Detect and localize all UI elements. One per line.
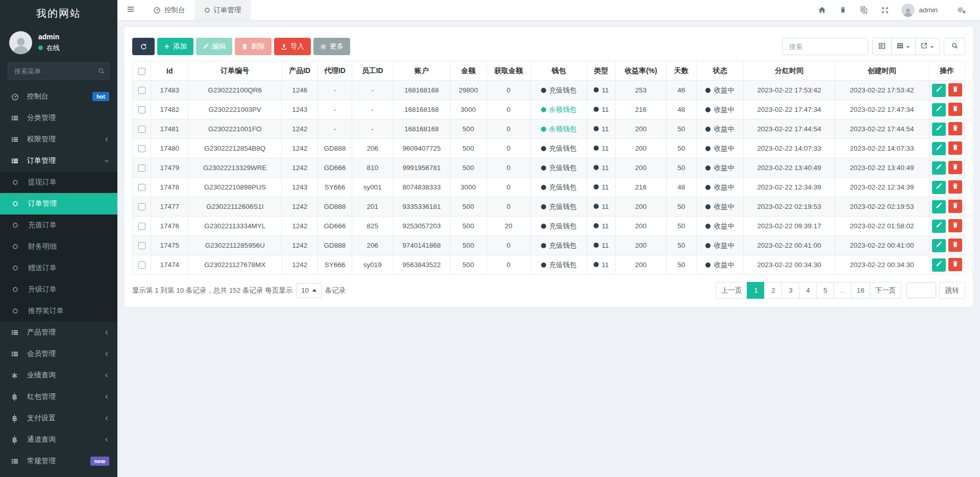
sidebar-item-referral-reward-orders[interactable]: 推荐奖订单 xyxy=(0,300,117,322)
cell-status: 收益中 xyxy=(696,139,743,158)
language-icon[interactable] xyxy=(853,0,874,20)
edit-row-button[interactable] xyxy=(932,181,946,194)
row-checkbox[interactable] xyxy=(138,106,145,113)
gears-icon[interactable] xyxy=(951,0,972,20)
sidebar-item-orders[interactable]: 订单管理 xyxy=(0,150,117,172)
jump-page-input[interactable] xyxy=(906,282,936,298)
sidebar-item-members[interactable]: 会员管理 xyxy=(0,343,117,365)
list-icon xyxy=(11,350,23,357)
edit-row-button[interactable] xyxy=(932,103,946,116)
prev-page-button[interactable]: 上一页 xyxy=(716,282,748,299)
row-checkbox[interactable] xyxy=(138,242,145,249)
page-button-2[interactable]: 2 xyxy=(764,282,782,299)
cell-created-time: 2023-02-22 17:53:42 xyxy=(835,81,929,100)
home-icon[interactable] xyxy=(812,0,832,20)
columns-button[interactable] xyxy=(892,38,916,55)
avatar[interactable] xyxy=(901,4,915,17)
edit-row-button[interactable] xyxy=(932,161,946,175)
chevron-left-icon xyxy=(104,437,109,442)
column-header: 订单编号 xyxy=(188,61,282,81)
row-checkbox[interactable] xyxy=(138,145,145,152)
table-search-input[interactable] xyxy=(782,38,868,55)
row-checkbox[interactable] xyxy=(138,87,145,94)
delete-button[interactable]: 删除 xyxy=(235,38,272,55)
more-button[interactable]: 更多 xyxy=(313,38,350,55)
user-menu[interactable]: admin xyxy=(919,6,938,14)
sidebar-item-products[interactable]: 产品管理 xyxy=(0,322,117,343)
delete-row-button[interactable] xyxy=(948,83,962,97)
export-button[interactable] xyxy=(916,38,940,55)
cell-product-id: 1243 xyxy=(282,178,318,197)
row-checkbox[interactable] xyxy=(138,164,145,172)
sidebar-item-recharge-orders[interactable]: 充值订单 xyxy=(0,214,117,236)
fullscreen-icon[interactable] xyxy=(874,0,895,20)
row-checkbox[interactable] xyxy=(138,126,145,133)
cell-amount: 500 xyxy=(450,255,486,275)
sidebar-item-permissions[interactable]: 权限管理 xyxy=(0,129,117,150)
row-checkbox[interactable] xyxy=(138,261,145,269)
cell-rate: 200 xyxy=(616,139,666,158)
edit-row-button[interactable] xyxy=(932,200,946,213)
sidebar-item-performance[interactable]: 业绩查询 xyxy=(0,365,117,386)
row-checkbox[interactable] xyxy=(138,184,145,191)
next-page-button[interactable]: 下一页 xyxy=(870,282,902,299)
cell-wallet: 充值钱包 xyxy=(530,217,586,236)
delete-row-button[interactable] xyxy=(948,141,962,155)
import-button[interactable]: 导入 xyxy=(274,38,311,55)
select-all-checkbox[interactable] xyxy=(138,68,145,75)
cell-obtained-amount: 0 xyxy=(486,178,530,197)
cell-dividend-time: 2023-02-22 17:47:34 xyxy=(744,100,835,120)
delete-row-button[interactable] xyxy=(948,238,962,252)
edit-row-button[interactable] xyxy=(932,258,946,272)
delete-row-button[interactable] xyxy=(948,103,962,116)
delete-row-button[interactable] xyxy=(948,219,962,232)
column-header: 账户 xyxy=(393,61,450,81)
status-dot xyxy=(594,223,599,228)
delete-row-button[interactable] xyxy=(948,200,962,213)
page-button-3[interactable]: 3 xyxy=(781,282,799,299)
search-button[interactable] xyxy=(944,38,965,55)
cell-staff-id: 206 xyxy=(352,139,393,158)
tab-order-management[interactable]: 订单管理 xyxy=(195,0,251,20)
row-checkbox[interactable] xyxy=(138,203,145,210)
page-button-1[interactable]: 1 xyxy=(747,282,765,299)
sidebar-item-general[interactable]: 常规管理new xyxy=(0,450,117,472)
sidebar-item-red-packets[interactable]: B红包管理 xyxy=(0,386,117,408)
delete-row-button[interactable] xyxy=(948,180,962,194)
add-button[interactable]: 添加 xyxy=(157,38,193,55)
trash-icon xyxy=(952,202,959,210)
sidebar-item-withdraw-orders[interactable]: 提现订单 xyxy=(0,172,117,193)
edit-row-button[interactable] xyxy=(932,142,946,155)
sidebar-item-gift-orders[interactable]: 赠送订单 xyxy=(0,257,117,279)
delete-row-button[interactable] xyxy=(948,258,962,271)
delete-row-button[interactable] xyxy=(948,122,962,135)
delete-row-button[interactable] xyxy=(948,161,962,174)
cell-days: 50 xyxy=(666,197,696,217)
sidebar-item-channel-query[interactable]: B通道查询 xyxy=(0,429,117,450)
sidebar-search-input[interactable] xyxy=(8,62,110,80)
edit-button[interactable]: 编辑 xyxy=(196,38,232,55)
cell-account: 9740141868 xyxy=(393,236,450,255)
tab-dashboard[interactable]: 控制台 xyxy=(144,0,195,20)
sidebar-item-payment-settings[interactable]: B支付设置 xyxy=(0,408,117,429)
edit-row-button[interactable] xyxy=(932,220,946,233)
row-checkbox[interactable] xyxy=(138,223,145,230)
refresh-button[interactable] xyxy=(132,38,155,55)
sidebar-item-finance-details[interactable]: 财务明细 xyxy=(0,236,117,257)
page-button-5[interactable]: 5 xyxy=(816,282,834,299)
per-page-value: 10 xyxy=(301,287,308,294)
page-button-4[interactable]: 4 xyxy=(799,282,817,299)
per-page-dropdown[interactable]: 10 xyxy=(296,283,321,298)
sidebar-item-order-management[interactable]: 订单管理 xyxy=(0,193,117,214)
edit-row-button[interactable] xyxy=(932,123,946,136)
sidebar-item-dashboard[interactable]: 控制台hot xyxy=(0,86,117,107)
edit-row-button[interactable] xyxy=(932,84,946,97)
page-button-16[interactable]: 16 xyxy=(851,282,870,299)
trash-icon[interactable] xyxy=(832,0,853,20)
sidebar-toggle-button[interactable] xyxy=(117,0,144,20)
sidebar-item-categories[interactable]: 分类管理 xyxy=(0,107,117,129)
jump-button[interactable]: 跳转 xyxy=(939,282,965,299)
detail-view-button[interactable] xyxy=(872,38,892,55)
sidebar-item-upgrade-orders[interactable]: 升级订单 xyxy=(0,279,117,300)
edit-row-button[interactable] xyxy=(932,239,946,252)
